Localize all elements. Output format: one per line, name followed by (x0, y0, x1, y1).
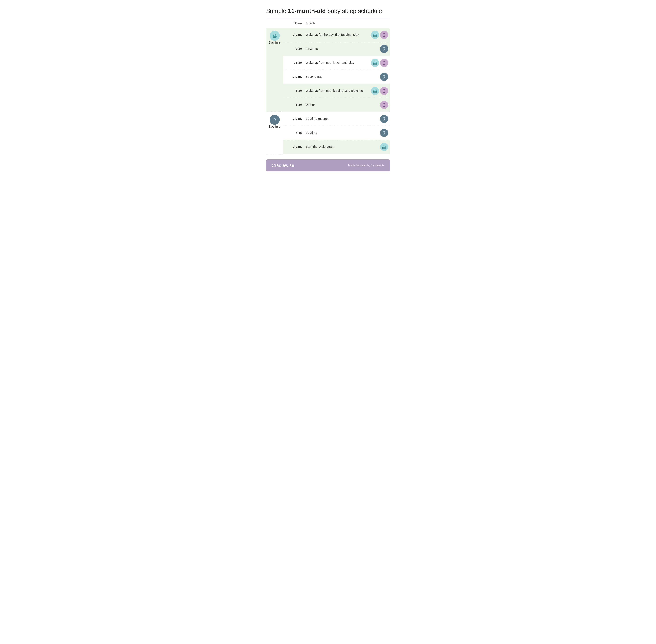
bottle-icon (380, 101, 388, 109)
activity-cell: Start the cycle again (304, 140, 369, 154)
table-row: 3:30Wake up from nap, feeding, and playt… (266, 84, 390, 98)
svg-rect-6 (373, 35, 377, 37)
sun-icon (380, 143, 388, 151)
table-row: 11:30Wake up from nap, lunch, and play (266, 56, 390, 70)
svg-point-46 (384, 133, 385, 133)
table-row: Daytime7 a.m.Wake up for the day, first … (266, 28, 390, 42)
table-row: 5:30Dinner (266, 98, 390, 112)
bottle-icon (380, 87, 388, 95)
icons-column-header (369, 19, 390, 28)
moon-icon (380, 129, 388, 137)
bottle-icon (380, 59, 388, 67)
svg-line-49 (385, 145, 385, 146)
moon-icon (380, 115, 388, 123)
section-label: Bedtime (269, 125, 280, 128)
section-sun-icon (270, 31, 280, 41)
svg-point-41 (384, 118, 385, 118)
activity-cell: Wake up from nap, lunch, and play (304, 56, 369, 70)
svg-line-3 (274, 34, 274, 35)
time-cell: 5:30 (284, 98, 304, 112)
time-cell: 11:30 (284, 56, 304, 70)
activity-cell: First nap (304, 42, 369, 56)
footer-bar: Cradlewise Made by parents, for parents (266, 159, 390, 171)
svg-rect-17 (373, 63, 377, 65)
section-moon-icon (270, 115, 280, 125)
title-bold: 11-month-old (288, 8, 326, 14)
svg-line-52 (383, 146, 383, 147)
time-cell: 7:45 (284, 126, 304, 140)
moon-icon (380, 73, 388, 81)
icons-cell (369, 140, 390, 154)
svg-point-16 (384, 49, 385, 49)
svg-point-39 (275, 119, 276, 120)
activity-cell: Wake up from nap, feeding, and playtime (304, 84, 369, 98)
activity-cell: Bedtime routine (304, 112, 369, 126)
svg-point-38 (275, 119, 275, 119)
title-prefix: Sample (266, 8, 288, 14)
time-cell: 3:30 (284, 84, 304, 98)
activity-cell: Second nap (304, 70, 369, 84)
svg-point-14 (384, 48, 385, 48)
table-row: 9:30First nap (266, 42, 390, 56)
table-row: 7:45Bedtime (266, 126, 390, 140)
activity-cell: Wake up for the day, first feeding, play (304, 28, 369, 42)
svg-rect-47 (382, 147, 386, 148)
svg-point-44 (384, 132, 385, 132)
icons-cell (369, 70, 390, 84)
icons-cell (369, 126, 390, 140)
sun-icon (371, 87, 379, 95)
time-cell: 7 a.m. (284, 140, 304, 154)
table-header-row: Time Activity (266, 19, 390, 28)
footer-brand: Cradlewise (272, 163, 294, 168)
section-col-header (266, 19, 284, 28)
time-cell: 7 a.m. (284, 28, 304, 42)
table-row: 7 a.m.Start the cycle again (266, 140, 390, 154)
table-row: 2 p.m.Second nap (266, 70, 390, 84)
table-row: Bedtime7 p.m.Bedtime routine (266, 112, 390, 126)
time-cell: 9:30 (284, 42, 304, 56)
svg-point-25 (384, 76, 385, 76)
sun-icon (371, 31, 379, 39)
icons-cell (369, 42, 390, 56)
svg-rect-28 (373, 91, 377, 93)
icons-cell (369, 98, 390, 112)
icons-cell (369, 112, 390, 126)
section-label-cell: Bedtime (266, 112, 284, 154)
schedule-table: Time Activity Daytime7 a.m.Wake up for t… (266, 19, 390, 154)
activity-cell: Dinner (304, 98, 369, 112)
svg-point-43 (384, 119, 385, 119)
svg-point-42 (385, 118, 385, 119)
time-column-header: Time (284, 19, 304, 28)
svg-point-45 (385, 133, 385, 133)
section-label: Daytime (269, 41, 280, 44)
svg-line-51 (385, 146, 386, 147)
icons-cell (369, 56, 390, 70)
time-cell: 7 p.m. (284, 112, 304, 126)
activity-column-header: Activity (304, 19, 369, 28)
time-cell: 2 p.m. (284, 70, 304, 84)
icons-cell (369, 84, 390, 98)
activity-cell: Bedtime (304, 126, 369, 140)
moon-icon (380, 45, 388, 53)
footer-tagline: Made by parents, for parents (348, 164, 384, 167)
svg-point-26 (385, 76, 385, 77)
section-label-cell: Daytime (266, 28, 284, 112)
icons-cell (369, 28, 390, 42)
title-suffix: baby sleep schedule (326, 8, 382, 14)
page-title: Sample 11-month-old baby sleep schedule (266, 7, 390, 15)
bottle-icon (380, 31, 388, 39)
svg-point-15 (385, 48, 385, 49)
sun-icon (371, 59, 379, 67)
svg-rect-0 (273, 36, 276, 38)
